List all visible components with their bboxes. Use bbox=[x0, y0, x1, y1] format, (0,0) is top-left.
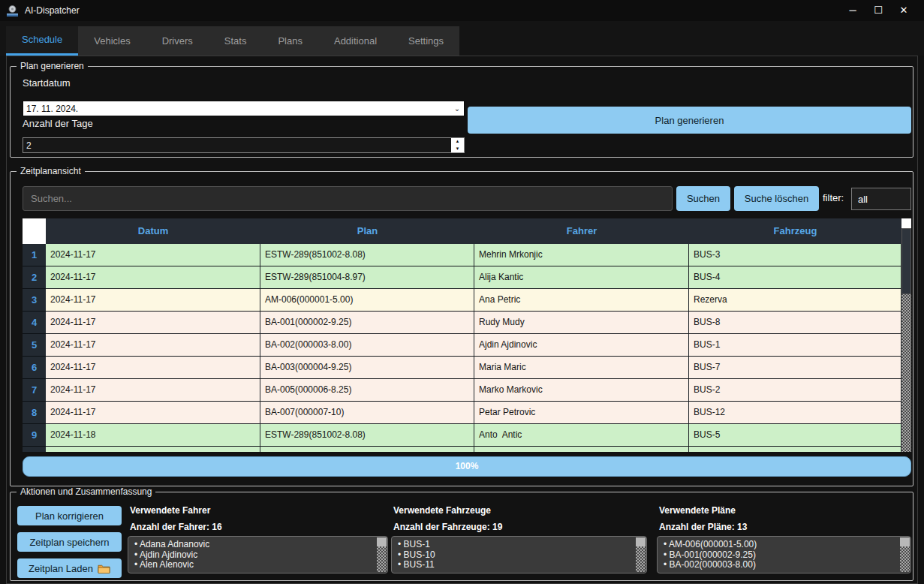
cell-plan: BA-001(000002-9.25) bbox=[260, 312, 474, 334]
suche-loeschen-button[interactable]: Suche löschen bbox=[734, 186, 819, 211]
chevron-down-icon[interactable]: ⌄ bbox=[450, 104, 464, 113]
group-view-title: Zeitplanansicht bbox=[17, 166, 85, 176]
table-row[interactable]: 92024-11-18ESTW-289(851002-8.08)Anto Ant… bbox=[23, 424, 911, 447]
tab-schedule[interactable]: Schedule bbox=[6, 26, 78, 56]
table-row[interactable]: 62024-11-17BA-003(000004-9.25)Maria Mari… bbox=[23, 357, 911, 379]
scrollbar-thumb[interactable] bbox=[377, 537, 387, 546]
list-item[interactable]: AM-006(000001-5.00) bbox=[664, 540, 904, 550]
table-row[interactable]: 12024-11-17ESTW-289(851002-8.08)Mehrin M… bbox=[23, 244, 911, 266]
filter-input[interactable] bbox=[851, 188, 911, 210]
cell-fahrzeug: BUS-12 bbox=[689, 402, 901, 424]
close-icon[interactable]: ✕ bbox=[891, 1, 916, 20]
cell-fahrer: Mehrin Mrkonjic bbox=[474, 244, 689, 266]
cell-fahrer: Anto Antic bbox=[474, 424, 689, 447]
table-vertical-scrollbar[interactable] bbox=[901, 218, 911, 452]
start-date-value: 17. 11. 2024. bbox=[23, 104, 450, 114]
title-bar: AI-Dispatcher ─ ☐ ✕ bbox=[0, 0, 924, 21]
table-row[interactable]: 32024-11-17AM-006(000001-5.00)Ana Petric… bbox=[23, 289, 911, 312]
scrollbar-thumb[interactable] bbox=[900, 537, 910, 546]
summary-count: Anzahl der Fahrer: 16 bbox=[130, 522, 222, 532]
anzahl-tage-label: Anzahl der Tage bbox=[23, 118, 93, 129]
column-header-fahrer[interactable]: Fahrer bbox=[474, 218, 689, 244]
window-controls: ─ ☐ ✕ bbox=[840, 1, 916, 20]
cell-fahrzeug: BUS-3 bbox=[689, 244, 901, 266]
tab-plans[interactable]: Plans bbox=[262, 26, 318, 56]
list-item[interactable]: BUS-1 bbox=[398, 540, 640, 550]
row-number: 6 bbox=[23, 357, 46, 379]
list-item[interactable]: Ajdin Ajdinovic bbox=[134, 550, 381, 561]
cell-datum: 2024-11-18 bbox=[46, 424, 260, 447]
zeitplan-speichern-button[interactable]: Zeitplan speichern bbox=[17, 532, 122, 552]
group-actions-title: Aktionen und Zusammenfassung bbox=[17, 486, 155, 497]
row-number: 9 bbox=[23, 424, 46, 447]
group-plan-generieren: Plan generieren Startdatum 17. 11. 2024.… bbox=[10, 66, 913, 158]
minimize-icon[interactable]: ─ bbox=[840, 1, 865, 20]
cell-fahrzeug: BUS-5 bbox=[689, 424, 901, 447]
search-input[interactable] bbox=[23, 186, 673, 211]
group-zeitplanansicht: Zeitplanansicht Suchen Suche löschen fil… bbox=[10, 171, 913, 486]
tab-additional[interactable]: Additional bbox=[318, 26, 393, 56]
cell-plan: BA-003(000004-9.25) bbox=[260, 357, 474, 379]
row-number: 8 bbox=[23, 402, 46, 424]
list-vertical-scrollbar[interactable] bbox=[377, 537, 387, 572]
table-row[interactable]: 22024-11-17ESTW-289(851004-8.97)Alija Ka… bbox=[23, 266, 911, 289]
tab-settings[interactable]: Settings bbox=[393, 26, 459, 56]
list-item[interactable]: Alen Alenovic bbox=[134, 560, 381, 570]
summary-list[interactable]: Adana AdnanovicAjdin AjdinovicAlen Aleno… bbox=[128, 536, 388, 573]
list-item[interactable]: BA-002(000003-8.00) bbox=[664, 560, 904, 570]
list-vertical-scrollbar[interactable] bbox=[900, 537, 910, 572]
table-row[interactable]: 42024-11-17BA-001(000002-9.25)Rudy MudyB… bbox=[23, 312, 911, 334]
table-body: 12024-11-17ESTW-289(851002-8.08)Mehrin M… bbox=[23, 244, 911, 447]
cell-fahrzeug: BUS-8 bbox=[689, 312, 901, 334]
cell-fahrzeug: BUS-2 bbox=[689, 379, 901, 402]
spin-down-icon[interactable]: ▼ bbox=[451, 146, 464, 153]
column-header-datum[interactable]: Datum bbox=[46, 218, 260, 244]
tab-vehicles[interactable]: Vehicles bbox=[78, 26, 146, 56]
plan-korrigieren-button[interactable]: Plan korrigieren bbox=[17, 506, 122, 525]
column-header-fahrzeug[interactable]: Fahrzeug bbox=[689, 218, 901, 244]
tab-stats[interactable]: Stats bbox=[209, 26, 263, 56]
list-item[interactable]: Adana Adnanovic bbox=[134, 540, 381, 550]
cell-fahrer: Petar Petrovic bbox=[474, 402, 689, 424]
row-number: 4 bbox=[23, 312, 46, 334]
days-spinner[interactable]: 2 ▲▼ bbox=[23, 137, 465, 153]
maximize-icon[interactable]: ☐ bbox=[865, 1, 891, 20]
folder-icon bbox=[98, 564, 110, 573]
suchen-button[interactable]: Suchen bbox=[676, 186, 730, 211]
cell-fahrer: Alija Kantic bbox=[474, 266, 689, 289]
table-row[interactable]: 52024-11-17BA-002(000003-8.00)Ajdin Ajdi… bbox=[23, 334, 911, 357]
summary-list[interactable]: AM-006(000001-5.00)BA-001(000002-9.25)BA… bbox=[657, 536, 911, 573]
scrollbar-thumb[interactable] bbox=[636, 537, 646, 546]
progress-value: 100% bbox=[456, 461, 479, 471]
start-date-combo[interactable]: 17. 11. 2024. ⌄ bbox=[23, 101, 465, 116]
table-row[interactable]: 72024-11-17BA-005(000006-8.25)Marko Mark… bbox=[23, 379, 911, 402]
table-row[interactable]: 82024-11-17BA-007(000007-10)Petar Petrov… bbox=[23, 402, 911, 424]
group-aktionen: Aktionen und Zusammenfassung Plan korrig… bbox=[10, 492, 913, 581]
row-number: 7 bbox=[23, 379, 46, 402]
tab-drivers[interactable]: Drivers bbox=[146, 26, 209, 56]
cell-fahrer: Rudy Mudy bbox=[474, 312, 689, 334]
list-item[interactable]: BA-001(000002-9.25) bbox=[664, 550, 904, 561]
plan-generieren-button[interactable]: Plan generieren bbox=[468, 107, 911, 134]
spin-up-icon[interactable]: ▲ bbox=[451, 138, 464, 146]
scrollbar-thumb[interactable] bbox=[901, 228, 911, 294]
scroll-up-icon[interactable] bbox=[901, 218, 911, 228]
list-item[interactable]: BUS-10 bbox=[398, 550, 640, 561]
cell-datum: 2024-11-17 bbox=[46, 266, 260, 289]
list-vertical-scrollbar[interactable] bbox=[636, 537, 646, 572]
cell-datum: 2024-11-17 bbox=[46, 357, 260, 379]
cell-datum: 2024-11-17 bbox=[46, 289, 260, 312]
zeitplan-laden-button[interactable]: Zeitplan Laden bbox=[17, 558, 122, 578]
window-title: AI-Dispatcher bbox=[25, 5, 80, 16]
cell-plan: BA-002(000003-8.00) bbox=[260, 334, 474, 357]
summary-count: Anzahl der Fahrzeuge: 19 bbox=[393, 522, 502, 532]
cell-plan: BA-005(000006-8.25) bbox=[260, 379, 474, 402]
column-header-plan[interactable]: Plan bbox=[260, 218, 474, 244]
schedule-table: DatumPlanFahrerFahrzeug 12024-11-17ESTW-… bbox=[23, 218, 911, 452]
row-number: 3 bbox=[23, 289, 46, 312]
summary-list[interactable]: BUS-1BUS-10BUS-11 bbox=[391, 536, 647, 573]
list-item[interactable]: BUS-11 bbox=[398, 560, 640, 570]
progress-bar: 100% bbox=[23, 456, 911, 477]
spinner-buttons[interactable]: ▲▼ bbox=[451, 138, 464, 152]
cell-datum: 2024-11-17 bbox=[46, 379, 260, 402]
